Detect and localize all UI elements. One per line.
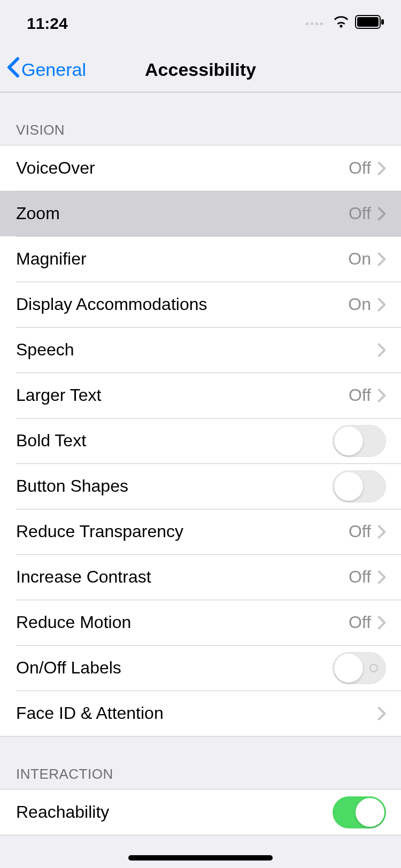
row-label: Reduce Motion (16, 613, 349, 632)
chevron-right-icon (377, 388, 386, 403)
row-display-accommodations[interactable]: Display Accommodations On (0, 282, 401, 327)
battery-icon (355, 14, 385, 33)
row-reachability[interactable]: Reachability (0, 789, 401, 835)
back-label: General (21, 59, 86, 80)
section-interaction: INTERACTION Reachability (0, 737, 401, 835)
row-label: Larger Text (16, 385, 349, 405)
chevron-right-icon (377, 252, 386, 267)
row-increase-contrast[interactable]: Increase Contrast Off (0, 554, 401, 600)
status-bar: 11:24 (0, 0, 401, 47)
row-value: On (348, 294, 371, 314)
toggle-on-off-labels[interactable] (333, 652, 386, 684)
navigation-bar: General Accessibility (0, 47, 401, 92)
row-on-off-labels[interactable]: On/Off Labels (0, 645, 401, 691)
row-larger-text[interactable]: Larger Text Off (0, 373, 401, 418)
row-speech[interactable]: Speech (0, 327, 401, 373)
row-magnifier[interactable]: Magnifier On (0, 236, 401, 282)
back-button[interactable]: General (5, 57, 86, 82)
row-value: Off (349, 567, 371, 587)
toggle-button-shapes[interactable] (333, 470, 386, 502)
row-value: Off (349, 522, 371, 541)
row-reduce-motion[interactable]: Reduce Motion Off (0, 600, 401, 645)
page-title: Accessibility (145, 59, 256, 80)
list-interaction: Reachability (0, 789, 401, 835)
toggle-bold-text[interactable] (333, 425, 386, 457)
row-label: Display Accommodations (16, 294, 348, 314)
chevron-right-icon (377, 615, 386, 630)
svg-rect-2 (381, 19, 384, 25)
row-voiceover[interactable]: VoiceOver Off (0, 145, 401, 191)
status-time: 11:24 (27, 14, 68, 33)
chevron-right-icon (377, 206, 386, 221)
chevron-right-icon (377, 570, 386, 585)
wifi-icon (333, 13, 350, 34)
row-label: Button Shapes (16, 476, 333, 496)
row-button-shapes[interactable]: Button Shapes (0, 463, 401, 509)
chevron-right-icon (377, 524, 386, 539)
chevron-right-icon (377, 161, 386, 176)
home-indicator[interactable] (128, 855, 273, 861)
chevron-right-icon (377, 297, 386, 312)
row-value: Off (349, 385, 371, 405)
list-vision: VoiceOver Off Zoom Off Magnifier On Disp… (0, 145, 401, 737)
row-face-id-attention[interactable]: Face ID & Attention (0, 691, 401, 736)
row-label: Increase Contrast (16, 567, 349, 587)
row-label: Magnifier (16, 249, 348, 269)
row-value: Off (349, 204, 371, 223)
row-label: Reachability (16, 802, 333, 822)
row-zoom[interactable]: Zoom Off (0, 191, 401, 236)
row-value: On (348, 249, 371, 269)
status-icons (306, 13, 385, 34)
row-reduce-transparency[interactable]: Reduce Transparency Off (0, 509, 401, 554)
section-header-vision: VISION (0, 92, 401, 145)
row-label: Zoom (16, 204, 349, 223)
cellular-dots-icon (306, 22, 323, 25)
section-vision: VISION VoiceOver Off Zoom Off Magnifier … (0, 92, 401, 737)
chevron-right-icon (377, 343, 386, 358)
row-label: Face ID & Attention (16, 703, 377, 723)
chevron-right-icon (377, 706, 386, 721)
section-header-interaction: INTERACTION (0, 737, 401, 789)
row-label: Speech (16, 340, 377, 360)
row-value: Off (349, 613, 371, 632)
row-bold-text[interactable]: Bold Text (0, 418, 401, 463)
chevron-left-icon (6, 57, 20, 82)
row-label: Bold Text (16, 431, 333, 451)
row-label: Reduce Transparency (16, 522, 349, 541)
toggle-reachability[interactable] (333, 796, 386, 828)
row-label: VoiceOver (16, 158, 349, 178)
row-value: Off (349, 158, 371, 178)
row-label: On/Off Labels (16, 658, 333, 678)
svg-rect-1 (357, 17, 379, 27)
